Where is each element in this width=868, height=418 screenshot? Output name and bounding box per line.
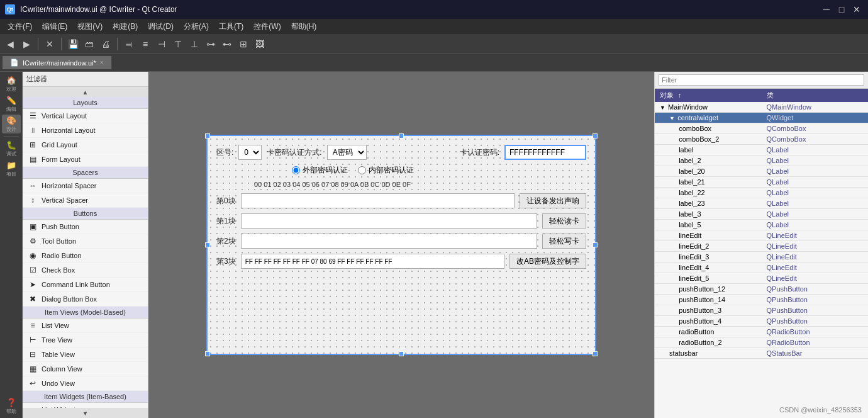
handle-bottom-mid[interactable] bbox=[399, 351, 404, 356]
toolbar-distribute-v[interactable]: ⊷ bbox=[220, 37, 235, 52]
block-0-button[interactable]: 让设备发出声响 bbox=[520, 193, 586, 208]
activity-help[interactable]: ❓ 帮助 bbox=[2, 397, 21, 415]
handle-mid-right[interactable] bbox=[593, 242, 598, 247]
external-auth-radio-input[interactable] bbox=[292, 166, 300, 174]
menu-view[interactable]: 视图(V) bbox=[72, 20, 108, 33]
widget-undo-view[interactable]: ↩ Undo View bbox=[23, 376, 148, 391]
toolbar-close-file[interactable]: ✕ bbox=[42, 37, 57, 52]
activity-debug[interactable]: 🐛 调试 bbox=[2, 139, 21, 158]
handle-top-left[interactable] bbox=[205, 133, 210, 138]
toolbar-save[interactable]: 💾 bbox=[65, 37, 81, 52]
toolbar-distribute-h[interactable]: ⊶ bbox=[203, 37, 218, 52]
scroll-up-button[interactable]: ▲ bbox=[23, 87, 148, 97]
internal-auth-radio-input[interactable] bbox=[358, 166, 366, 174]
auth-method-select[interactable]: A密码 B密码 bbox=[327, 145, 367, 160]
widget-check-box[interactable]: ☑ Check Box bbox=[23, 263, 148, 278]
activity-edit[interactable]: ✏️ 编辑 bbox=[2, 94, 21, 113]
tab-mainwindow[interactable]: 📄 ICwriter/mainwindow.ui* × bbox=[3, 56, 112, 69]
toolbar-align-right[interactable]: ⊣ bbox=[154, 37, 169, 52]
handle-top-right[interactable] bbox=[593, 133, 598, 138]
widget-horizontal-layout[interactable]: ⫴ Horizontal Layout bbox=[23, 123, 148, 138]
object-row-radiobutton2[interactable]: radioButton_2 QRadioButton bbox=[655, 337, 868, 348]
object-row-lineedit5[interactable]: lineEdit_5 QLineEdit bbox=[655, 273, 868, 284]
menu-tools[interactable]: 工具(T) bbox=[214, 20, 248, 33]
object-row-label23[interactable]: label_23 QLabel bbox=[655, 198, 868, 209]
widget-vertical-layout[interactable]: ☰ Vertical Layout bbox=[23, 109, 148, 123]
object-row-label5[interactable]: label_5 QLabel bbox=[655, 220, 868, 230]
widget-list-view[interactable]: ≡ List View bbox=[23, 319, 148, 333]
widget-table-view[interactable]: ⊟ Table View bbox=[23, 347, 148, 362]
internal-auth-radio[interactable]: 内部密码认证 bbox=[358, 165, 414, 176]
block-1-button[interactable]: 轻松读卡 bbox=[542, 213, 586, 229]
object-row-mainwindow[interactable]: ▼ MainWindow QMainWindow bbox=[655, 102, 868, 113]
toolbar-print[interactable]: 🖨 bbox=[98, 37, 113, 52]
object-row-pushbutton12[interactable]: pushButton_12 QPushButton bbox=[655, 284, 868, 295]
widget-form-layout[interactable]: ▤ Form Layout bbox=[23, 152, 148, 167]
object-row-lineedit[interactable]: lineEdit QLineEdit bbox=[655, 230, 868, 241]
object-row-lineedit2[interactable]: lineEdit_2 QLineEdit bbox=[655, 241, 868, 252]
toolbar-grid[interactable]: ⊞ bbox=[236, 37, 251, 52]
activity-welcome[interactable]: 🏠 欢迎 bbox=[2, 74, 21, 93]
block-2-button[interactable]: 轻松写卡 bbox=[542, 234, 586, 249]
widget-horizontal-spacer[interactable]: ↔ Horizontal Spacer bbox=[23, 179, 148, 193]
handle-top-mid[interactable] bbox=[399, 133, 404, 138]
toolbar-save-all[interactable]: 🗃 bbox=[82, 37, 97, 52]
object-row-combobox2[interactable]: comboBox_2 QComboBox bbox=[655, 134, 868, 145]
menu-analyze[interactable]: 分析(A) bbox=[179, 20, 214, 33]
object-row-label[interactable]: label QLabel bbox=[655, 145, 868, 155]
toolbar-align-middle[interactable]: ⊥ bbox=[187, 37, 202, 52]
widget-dialog-button-box[interactable]: ✖ Dialog Button Box bbox=[23, 292, 148, 307]
card-auth-input[interactable] bbox=[504, 145, 586, 160]
block-2-input[interactable] bbox=[241, 234, 537, 249]
menu-edit[interactable]: 编辑(E) bbox=[37, 20, 72, 33]
object-row-label22[interactable]: label_22 QLabel bbox=[655, 188, 868, 198]
toolbar-align-center[interactable]: ≡ bbox=[138, 37, 153, 52]
object-row-lineedit4[interactable]: lineEdit_4 QLineEdit bbox=[655, 263, 868, 273]
form-canvas[interactable]: 区号: 0 卡密码认证方式: A密码 B密码 卡认证密码: bbox=[206, 135, 596, 355]
widget-command-link-button[interactable]: ➤ Command Link Button bbox=[23, 278, 148, 292]
widget-radio-button[interactable]: ◉ Radio Button bbox=[23, 249, 148, 263]
widget-grid-layout[interactable]: ⊞ Grid Layout bbox=[23, 138, 148, 152]
object-filter-input[interactable] bbox=[659, 74, 864, 86]
menu-help[interactable]: 帮助(H) bbox=[286, 20, 322, 33]
object-row-pushbutton14[interactable]: pushButton_14 QPushButton bbox=[655, 295, 868, 305]
block-0-input[interactable] bbox=[241, 193, 515, 208]
object-row-label2[interactable]: label_2 QLabel bbox=[655, 155, 868, 166]
minimize-button[interactable]: ─ bbox=[820, 3, 833, 16]
object-row-statusbar[interactable]: statusbar QStatusBar bbox=[655, 348, 868, 359]
menu-debug[interactable]: 调试(D) bbox=[143, 20, 179, 33]
block-1-input[interactable] bbox=[241, 213, 537, 229]
object-row-label3[interactable]: label_3 QLabel bbox=[655, 209, 868, 220]
widget-list-widget[interactable]: ≡ List Widget bbox=[23, 403, 148, 408]
object-row-radiobutton[interactable]: radioButton QRadioButton bbox=[655, 327, 868, 337]
tab-close-button[interactable]: × bbox=[100, 59, 104, 66]
external-auth-radio[interactable]: 外部密码认证 bbox=[292, 165, 348, 176]
widget-tree-view[interactable]: ⊢ Tree View bbox=[23, 333, 148, 347]
close-button[interactable]: ✕ bbox=[850, 3, 863, 16]
toolbar-align-left[interactable]: ⫤ bbox=[121, 37, 136, 52]
widget-vertical-spacer[interactable]: ↕ Vertical Spacer bbox=[23, 193, 148, 208]
object-row-pushbutton4[interactable]: pushButton_4 QPushButton bbox=[655, 316, 868, 327]
block-3-button[interactable]: 改AB密码及控制字 bbox=[509, 254, 586, 269]
menu-file[interactable]: 文件(F) bbox=[3, 20, 37, 33]
handle-mid-left[interactable] bbox=[205, 242, 210, 247]
block-3-input[interactable] bbox=[241, 254, 504, 269]
zone-select[interactable]: 0 bbox=[238, 145, 262, 160]
menu-build[interactable]: 构建(B) bbox=[108, 20, 143, 33]
object-row-centralwidget[interactable]: ▼ centralwidget QWidget bbox=[655, 113, 868, 123]
maximize-button[interactable]: □ bbox=[835, 3, 848, 16]
handle-bottom-right[interactable] bbox=[593, 351, 598, 356]
toolbar-back[interactable]: ◀ bbox=[3, 37, 18, 52]
toolbar-align-top[interactable]: ⊤ bbox=[170, 37, 186, 52]
widget-tool-button[interactable]: ⚙ Tool Button bbox=[23, 234, 148, 249]
object-row-label20[interactable]: label_20 QLabel bbox=[655, 166, 868, 177]
object-row-pushbutton3[interactable]: pushButton_3 QPushButton bbox=[655, 305, 868, 316]
scroll-down-button[interactable]: ▼ bbox=[23, 408, 148, 418]
activity-design[interactable]: 🎨 设计 bbox=[2, 115, 21, 133]
object-row-combobox[interactable]: comboBox QComboBox bbox=[655, 123, 868, 134]
widget-push-button[interactable]: ▣ Push Button bbox=[23, 220, 148, 234]
widget-column-view[interactable]: ▦ Column View bbox=[23, 362, 148, 376]
handle-bottom-left[interactable] bbox=[205, 351, 210, 356]
menu-control[interactable]: 控件(W) bbox=[248, 20, 286, 33]
activity-project[interactable]: 📁 项目 bbox=[2, 159, 21, 178]
